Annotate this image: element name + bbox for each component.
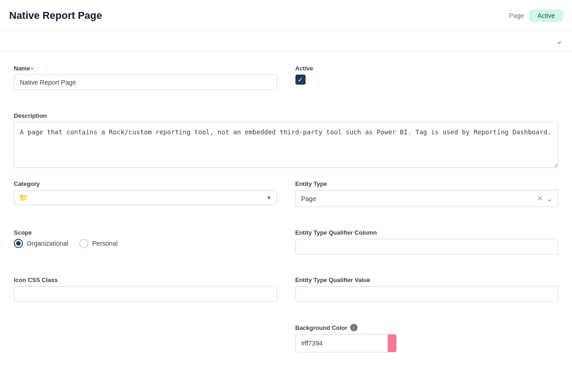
name-input[interactable]	[14, 75, 277, 90]
row-scope-qualifier: Scope Organizational Personal	[14, 229, 558, 265]
bg-color-label-wrapper: Background Color i	[295, 324, 559, 331]
group-category: Category 📁 ▼	[14, 180, 277, 205]
entity-type-label: Entity Type	[295, 180, 559, 187]
qualifier-value-label: Entity Type Qualifier Value	[295, 277, 559, 283]
row-name-active: Name• Active ✓	[14, 65, 558, 101]
organizational-label: Organizational	[27, 240, 68, 247]
personal-label: Personal	[92, 240, 117, 247]
bg-color-label: Background Color	[295, 324, 347, 331]
description-textarea[interactable]: A page that contains a Rock/custom repor…	[14, 122, 558, 168]
name-label: Name•	[14, 65, 277, 72]
entity-clear-icon[interactable]: ✕	[537, 194, 543, 203]
icon-css-label: Icon CSS Class	[14, 277, 277, 283]
active-checkbox-wrapper: ✓	[295, 75, 559, 85]
bg-color-swatch[interactable]	[387, 334, 396, 352]
group-entity-type: Entity Type Page ✕ ⌄	[295, 180, 559, 207]
checkmark-icon: ✓	[298, 76, 303, 83]
required-star: •	[31, 65, 33, 72]
col-icon-css: Icon CSS Class	[14, 277, 277, 313]
active-badge: Active	[530, 10, 563, 22]
collapse-bar: ⌄	[0, 31, 572, 51]
group-qualifier-column: Entity Type Qualifier Column	[295, 229, 559, 254]
entity-type-value: Page	[301, 195, 537, 202]
radio-inner-organizational	[16, 241, 21, 246]
col-entity-type: Entity Type Page ✕ ⌄	[295, 180, 559, 218]
chevron-down-icon[interactable]: ⌄	[556, 36, 563, 46]
group-description: Description A page that contains a Rock/…	[14, 112, 558, 169]
group-active: Active ✓	[295, 65, 559, 85]
group-icon-css: Icon CSS Class	[14, 277, 277, 302]
group-name: Name•	[14, 65, 277, 90]
radio-personal[interactable]: Personal	[79, 239, 117, 248]
page-header: Native Report Page Page Active	[0, 0, 572, 31]
entity-type-select[interactable]: Page ✕ ⌄	[295, 190, 559, 207]
qualifier-value-input[interactable]	[295, 286, 559, 302]
col-active: Active ✓	[295, 65, 559, 101]
row-icon-qualifier-value: Icon CSS Class Entity Type Qualifier Val…	[14, 277, 558, 313]
radio-organizational[interactable]: Organizational	[14, 239, 68, 248]
category-label: Category	[14, 180, 277, 187]
entity-chevron-icon[interactable]: ⌄	[547, 195, 552, 202]
category-chevron-icon: ▼	[266, 195, 272, 201]
form-container: Name• Active ✓ Description A p	[0, 51, 572, 392]
col-name: Name•	[14, 65, 277, 101]
qualifier-column-label: Entity Type Qualifier Column	[295, 229, 559, 236]
folder-icon: 📁	[19, 193, 28, 202]
group-bg-color: Background Color i	[295, 324, 559, 352]
header-right: Page Active	[509, 10, 563, 22]
page-label: Page	[509, 12, 524, 19]
group-scope: Scope Organizational Personal	[14, 229, 277, 248]
group-qualifier-value: Entity Type Qualifier Value	[295, 277, 559, 302]
radio-outer-personal	[79, 239, 88, 248]
description-label: Description	[14, 112, 558, 119]
bg-color-input[interactable]	[296, 336, 387, 351]
category-select[interactable]: 📁 ▼	[14, 190, 277, 205]
row-bg-color: Background Color i	[14, 324, 558, 363]
qualifier-column-input[interactable]	[295, 239, 559, 254]
col-qualifier-value: Entity Type Qualifier Value	[295, 277, 559, 313]
page-title: Native Report Page	[9, 10, 102, 22]
icon-css-input[interactable]	[14, 286, 277, 302]
col-scope: Scope Organizational Personal	[14, 229, 277, 265]
active-label: Active	[295, 65, 559, 72]
radio-outer-organizational	[14, 239, 23, 248]
info-icon[interactable]: i	[350, 324, 358, 331]
active-checkbox[interactable]: ✓	[295, 75, 306, 85]
col-bg-color: Background Color i	[295, 324, 559, 363]
page-wrapper: Native Report Page Page Active ⌄ Name• A	[0, 0, 572, 392]
row-category-entity: Category 📁 ▼ Entity Type Page ✕ ⌄	[14, 180, 558, 218]
scope-label: Scope	[14, 229, 277, 236]
scope-radio-group: Organizational Personal	[14, 239, 277, 248]
col-category: Category 📁 ▼	[14, 180, 277, 218]
col-qualifier-column: Entity Type Qualifier Column	[295, 229, 559, 265]
col-empty	[14, 324, 277, 363]
bg-color-wrapper	[295, 334, 397, 352]
